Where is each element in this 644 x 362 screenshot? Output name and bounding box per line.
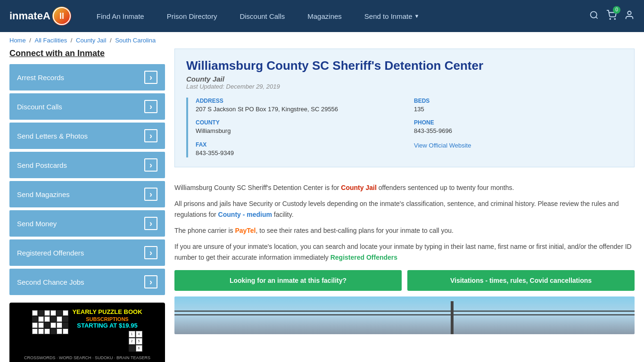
- power-line-2: [174, 314, 635, 315]
- main-nav: Find An Inmate Prison Directory Discount…: [85, 12, 589, 20]
- county-label: COUNTY: [196, 119, 405, 126]
- arrow-icon-3: ›: [144, 158, 157, 172]
- arrow-icon-5: ›: [144, 217, 157, 230]
- breadcrumb-county-jail[interactable]: County Jail: [76, 37, 106, 44]
- svg-line-3: [596, 16, 598, 18]
- cart-badge: 0: [613, 6, 620, 14]
- sidebar-title: Connect with an Inmate: [9, 49, 165, 58]
- visitations-button[interactable]: Visitations - times, rules, Covid cancel…: [407, 270, 635, 291]
- looking-for-inmate-button[interactable]: Looking for an inmate at this facility?: [174, 270, 402, 291]
- sidebar-item-second-chance-jobs[interactable]: Second Chance Jobs ›: [9, 269, 165, 295]
- arrow-icon-6: ›: [144, 246, 157, 259]
- address-block: ADDRESS 207 S Jackson St PO Box 179, Kin…: [196, 98, 405, 114]
- ad-title: YEARLY PUZZLE BOOK: [72, 308, 142, 316]
- beds-label: BEDS: [414, 98, 623, 104]
- logo-icon: ll: [52, 7, 71, 25]
- facility-details: ADDRESS 207 S Jackson St PO Box 179, Kin…: [186, 98, 623, 157]
- registered-offenders-link[interactable]: Registered Offenders: [330, 254, 397, 261]
- facility-name: Williamsburg County SC Sheriff's Detenti…: [186, 58, 623, 73]
- header-icons: 0: [589, 10, 635, 23]
- power-line-1: [174, 311, 635, 312]
- arrow-icon-7: ›: [144, 275, 157, 288]
- desc-para-4: If you are unsure of your inmate's locat…: [174, 241, 635, 263]
- action-buttons: Looking for an inmate at this facility? …: [174, 270, 635, 291]
- header: inmateA ll Find An Inmate Prison Directo…: [0, 0, 644, 32]
- phone-block: PHONE 843-355-9696: [414, 119, 623, 135]
- svg-point-5: [614, 18, 615, 19]
- sidebar: Connect with an Inmate Arrest Records › …: [9, 49, 165, 362]
- website-block: View Official Website: [414, 141, 623, 157]
- main-container: Connect with an Inmate Arrest Records › …: [0, 49, 644, 362]
- power-pole: [451, 301, 454, 334]
- arrow-icon-0: ›: [144, 71, 157, 84]
- svg-point-2: [591, 11, 597, 17]
- ad-types: CROSSWORDS · WORD SEARCH · SUDOKU · BRAI…: [24, 355, 150, 360]
- breadcrumb-state[interactable]: South Carolina: [115, 37, 156, 44]
- beds-block: BEDS 135: [414, 98, 623, 114]
- paytel-link[interactable]: PayTel: [235, 227, 256, 234]
- user-icon[interactable]: [624, 10, 635, 23]
- sidebar-item-discount-calls[interactable]: Discount Calls ›: [9, 93, 165, 120]
- sidebar-item-registered-offenders[interactable]: Registered Offenders ›: [9, 239, 165, 266]
- arrow-icon-2: ›: [144, 129, 157, 142]
- description-area: Williamsburg County SC Sheriff's Detenti…: [174, 175, 635, 263]
- breadcrumb-all-facilities[interactable]: All Facilities: [35, 37, 67, 44]
- website-link[interactable]: View Official Website: [414, 142, 471, 149]
- phone-value: 843-355-9696: [414, 127, 623, 135]
- sidebar-item-send-postcards[interactable]: Send Postcards ›: [9, 152, 165, 178]
- breadcrumb-sep-2: /: [71, 37, 74, 44]
- sidebar-item-send-money[interactable]: Send Money ›: [9, 210, 165, 237]
- beds-value: 135: [414, 105, 623, 114]
- nav-find-inmate[interactable]: Find An Inmate: [85, 12, 156, 20]
- logo[interactable]: inmateA ll: [9, 7, 71, 25]
- ad-price: STARTING AT $19.95: [72, 322, 142, 329]
- facility-photo: [174, 296, 635, 334]
- county-value: Williamsburg: [196, 127, 405, 135]
- svg-point-4: [610, 18, 611, 19]
- content-area: Williamsburg County SC Sheriff's Detenti…: [174, 49, 635, 362]
- sidebar-item-send-magazines[interactable]: Send Magazines ›: [9, 181, 165, 207]
- fax-label: FAX: [196, 141, 405, 148]
- county-block: COUNTY Williamsburg: [196, 119, 405, 135]
- fax-value: 843-355-9349: [196, 149, 405, 157]
- ad-subtitle: SUBSCRIPTIONS: [72, 316, 142, 322]
- address-label: ADDRESS: [196, 98, 405, 104]
- sidebar-ad[interactable]: YEARLY PUZZLE BOOK SUBSCRIPTIONS STARTIN…: [9, 303, 165, 362]
- nav-send-to-inmate[interactable]: Send to Inmate ▼: [353, 12, 431, 20]
- facility-card: Williamsburg County SC Sheriff's Detenti…: [174, 49, 635, 167]
- sidebar-item-send-letters[interactable]: Send Letters & Photos ›: [9, 123, 165, 149]
- nav-magazines[interactable]: Magazines: [296, 12, 353, 20]
- nav-prison-directory[interactable]: Prison Directory: [156, 12, 229, 20]
- logo-text: inmateA: [9, 10, 50, 22]
- svg-point-6: [627, 11, 631, 14]
- address-value: 207 S Jackson St PO Box 179, Kingstree, …: [196, 105, 405, 114]
- breadcrumb-sep-1: /: [29, 37, 33, 44]
- desc-para-3: The phone carrier is PayTel, to see thei…: [174, 225, 635, 236]
- desc-para-2: All prisons and jails have Security or C…: [174, 198, 635, 220]
- svg-text:ll: ll: [59, 11, 64, 21]
- facility-type: County Jail: [186, 75, 623, 83]
- arrow-icon-4: ›: [144, 188, 157, 201]
- county-jail-link-1[interactable]: County Jail: [341, 184, 376, 191]
- dropdown-chevron-icon: ▼: [414, 13, 420, 19]
- arrow-icon-1: ›: [144, 100, 157, 113]
- nav-discount-calls[interactable]: Discount Calls: [228, 12, 296, 20]
- search-icon[interactable]: [589, 10, 599, 22]
- cart-icon[interactable]: 0: [606, 10, 617, 23]
- breadcrumb-sep-3: /: [110, 37, 113, 44]
- county-medium-link[interactable]: County - medium: [218, 211, 272, 218]
- facility-updated: Last Updated: December 29, 2019: [186, 83, 623, 90]
- desc-para-1: Williamsburg County SC Sheriff's Detenti…: [174, 182, 635, 193]
- sidebar-item-arrest-records[interactable]: Arrest Records ›: [9, 64, 165, 90]
- breadcrumb: Home / All Facilities / County Jail / So…: [0, 32, 644, 49]
- breadcrumb-home[interactable]: Home: [9, 37, 26, 44]
- phone-label: PHONE: [414, 119, 623, 126]
- fax-block: FAX 843-355-9349: [196, 141, 405, 157]
